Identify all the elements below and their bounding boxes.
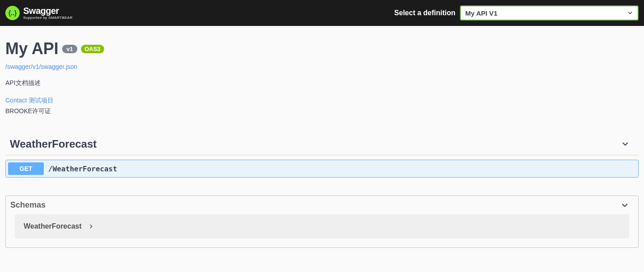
select-definition-label: Select a definition	[394, 9, 455, 17]
operation-block[interactable]: GET /WeatherForecast	[5, 160, 639, 178]
api-title: My API	[5, 39, 59, 58]
swagger-logo-icon: {..}	[5, 6, 20, 20]
spec-url-link[interactable]: /swagger/v1/swagger.json	[5, 63, 77, 70]
version-badge: v1	[62, 45, 77, 53]
http-method-badge: GET	[8, 162, 44, 175]
api-description: API文档描述	[5, 79, 639, 87]
chevron-right-icon	[88, 223, 94, 230]
tag-name: WeatherForecast	[10, 138, 97, 150]
license-text: BROOKE许可证	[5, 107, 639, 115]
definition-select[interactable]: My API V1	[460, 5, 639, 21]
schemas-section: Schemas WeatherForecast	[5, 196, 639, 248]
brand-title: Swagger	[23, 6, 72, 15]
oas-badge: OAS3	[81, 45, 104, 53]
topbar-right: Select a definition My API V1	[394, 5, 639, 21]
brand-subtitle: Supported by SMARTBEAR	[23, 16, 72, 20]
operation-path: /WeatherForecast	[48, 165, 117, 173]
definition-select-wrapper: My API V1	[460, 5, 639, 21]
tag-header[interactable]: WeatherForecast	[5, 133, 639, 155]
topbar: {..} Swagger Supported by SMARTBEAR Sele…	[0, 0, 644, 26]
operation-summary: GET /WeatherForecast	[6, 160, 638, 177]
topbar-brand: {..} Swagger Supported by SMARTBEAR	[5, 6, 72, 20]
api-info: My API v1 OAS3 /swagger/v1/swagger.json …	[5, 39, 639, 115]
swagger-brand-text: Swagger Supported by SMARTBEAR	[23, 6, 72, 20]
api-title-row: My API v1 OAS3	[5, 39, 639, 58]
contact-link[interactable]: Contact 测试项目	[5, 97, 54, 105]
schema-item[interactable]: WeatherForecast	[15, 214, 629, 238]
tag-section: WeatherForecast GET /WeatherForecast	[5, 133, 639, 178]
chevron-down-icon	[620, 201, 629, 210]
schema-name: WeatherForecast	[24, 222, 82, 230]
schemas-body: WeatherForecast	[6, 214, 638, 247]
schemas-title: Schemas	[10, 200, 46, 210]
chevron-down-icon	[621, 140, 630, 149]
main-container: My API v1 OAS3 /swagger/v1/swagger.json …	[0, 26, 644, 257]
schemas-header[interactable]: Schemas	[6, 196, 638, 214]
